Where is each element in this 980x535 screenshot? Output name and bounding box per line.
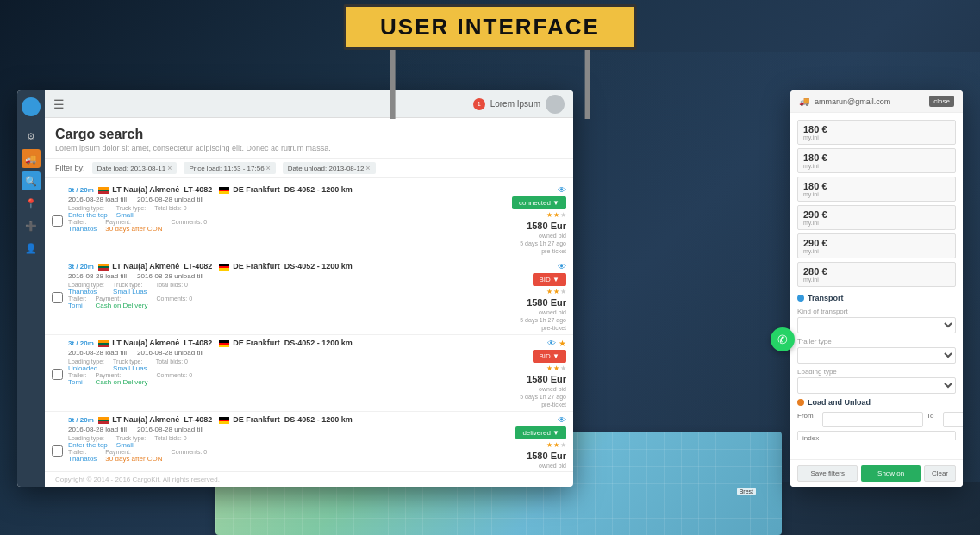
price-1: 1580 Eur	[527, 221, 566, 231]
price-box-6: 280 € my.ini	[797, 262, 956, 287]
app-footer: Copyright © 2014 - 2016 CargoKit. All ri…	[45, 471, 573, 487]
row-checkbox-3[interactable]	[52, 339, 63, 407]
cargo-dates-2: 2016-08-28 load till 2016-08-28 unload t…	[68, 272, 484, 280]
panel-truck-icon: 🚚	[799, 96, 809, 106]
loading-type-3: Loading type: Unloaded	[68, 358, 104, 372]
table-row: 3t / 20m LT Nau(a) Akmenė LT-4082 DE Fra…	[45, 335, 573, 412]
sign-board: USER INTERFACE	[343, 4, 637, 50]
truck-type-3: Truck type: Small Luas	[113, 358, 147, 372]
from-date-input[interactable]	[822, 412, 923, 427]
loading-type-label: Loading type	[797, 368, 956, 376]
price-box-4: 290 € my.ini	[797, 205, 956, 230]
right-panel-footer: Save filters Show on Clear	[790, 459, 963, 487]
cargo-route-2: 3t / 20m LT Nau(a) Akmenė LT-4082 DE Fra…	[68, 262, 484, 271]
cargo-icons-2: 👁	[558, 262, 566, 271]
bids-ago-2: 5 days 1h 27 ago	[520, 317, 566, 323]
index-input[interactable]	[797, 431, 956, 440]
star-fav-3[interactable]: ★	[559, 339, 566, 348]
to-date-input[interactable]	[943, 412, 963, 427]
filter-tag-price[interactable]: Price load: 11:53 - 17:56 ×	[184, 162, 275, 174]
row-checkbox-4[interactable]	[52, 415, 63, 471]
payment-1: Payment: 30 days after CON	[105, 219, 162, 233]
filter-close-date-unload[interactable]: ×	[365, 164, 370, 172]
filter-bar: Filter by: Date load: 2013-08-11 × Price…	[45, 159, 573, 178]
transport-section-header: Transport	[797, 294, 956, 302]
cargo-right-4: 👁 delivered ▼ ★★★ 1580 Eur owned bid 5 d…	[489, 415, 566, 471]
sidebar-icon-map[interactable]: 📍	[22, 194, 41, 213]
eye-icon-2[interactable]: 👁	[558, 262, 566, 271]
price-box-3: 180 € my.ini	[797, 177, 956, 202]
sidebar-icon-truck[interactable]: 🚚	[22, 149, 41, 168]
sidebar-icon-user[interactable]: 👤	[22, 239, 41, 258]
eye-icon-3[interactable]: 👁	[547, 339, 556, 348]
cargo-right-2: 👁 BID ▼ ★★★ 1580 Eur owned bid 5 days 1h…	[489, 262, 566, 331]
eye-icon-4[interactable]: 👁	[558, 415, 566, 425]
sign-container: USER INTERFACE	[343, 0, 637, 119]
bid-btn-3[interactable]: BID ▼	[533, 350, 566, 363]
row-checkbox-1[interactable]	[52, 185, 63, 254]
transport-type-select[interactable]	[797, 317, 956, 333]
sidebar-icon-add[interactable]: ➕	[22, 216, 41, 235]
flag-de-3	[219, 340, 229, 347]
cargo-details-3b: Trailer: Tomi Payment: Cash on Delivery …	[68, 372, 484, 386]
cargo-details-1b: Trailer: Thanatos Payment: 30 days after…	[68, 219, 484, 233]
eye-icon-1[interactable]: 👁	[558, 185, 566, 195]
truck-type-2: Truck type: Small Luas	[113, 282, 147, 295]
panel-close-btn[interactable]: close	[929, 96, 954, 107]
sidebar-logo[interactable]	[22, 97, 41, 116]
payment-2: Payment: Cash on Delivery	[96, 295, 148, 309]
filter-tag-date-unload[interactable]: Date unload: 2013-08-12 ×	[283, 162, 376, 174]
price-2: 1580 Eur	[527, 297, 566, 308]
loading-type-select[interactable]	[797, 377, 956, 394]
content-header: Cargo search Lorem ipsum dolor sit amet,…	[45, 118, 573, 159]
cargo-details-1: Loading type: Enter the top Truck type: …	[68, 205, 484, 219]
price-3: 1580 Eur	[527, 374, 566, 384]
flag-lt-2	[98, 264, 109, 271]
show-on-button[interactable]: Show on	[861, 465, 920, 482]
filter-tag-date-load[interactable]: Date load: 2013-08-11 ×	[92, 162, 178, 174]
flag-de-2	[219, 264, 229, 271]
cargo-main-1: 3t / 20m LT Nau(a) Akmenė LT-4082 DE Fra…	[68, 185, 484, 254]
whatsapp-button[interactable]: ✆	[771, 327, 795, 351]
sidebar: ⚙ 🚚 🔍 📍 ➕ 👤	[17, 90, 45, 487]
connected-btn-1[interactable]: connected ▼	[512, 196, 566, 209]
clear-button[interactable]: Clear	[924, 465, 956, 482]
trailer-type-group: Trailer type	[797, 338, 956, 364]
stars-2: ★★★	[546, 288, 566, 295]
from-date-row: From To 📅	[797, 412, 956, 427]
truck-type-4: Truck type: Small	[116, 435, 146, 449]
delivered-btn-4[interactable]: delivered ▼	[515, 426, 566, 439]
trailer-type-select[interactable]	[797, 347, 956, 364]
whatsapp-icon: ✆	[777, 333, 788, 346]
filter-close-date-load[interactable]: ×	[167, 164, 172, 172]
row-checkbox-2[interactable]	[52, 262, 63, 331]
panel-email: ammarun@gmail.com	[815, 97, 890, 106]
cargo-details-4: Loading type: Enter the top Truck type: …	[68, 435, 484, 449]
save-filters-button[interactable]: Save filters	[797, 465, 858, 482]
table-row: 3t / 20m LT Nau(a) Akmenė LT-4082 DE Fra…	[45, 258, 573, 335]
comments-3: Comments: 0	[156, 372, 192, 386]
page-subtitle: Lorem ipsum dolor sit amet, consectetur …	[55, 144, 563, 152]
filter-close-price[interactable]: ×	[266, 164, 271, 172]
app-window: ⚙ 🚚 🔍 📍 ➕ 👤 ☰ 1 Lorem Ipsum Cargo search…	[17, 90, 573, 487]
loading-type-2: Loading type: Thanatos	[68, 282, 104, 295]
transport-type-group: Kind of transport	[797, 308, 956, 333]
results-area[interactable]: 3t / 20m LT Nau(a) Akmenė LT-4082 DE Fra…	[45, 178, 573, 471]
trailer-3: Trailer: Tomi	[68, 372, 87, 386]
total-bids-3: Total bids: 0	[156, 358, 188, 372]
cargo-dates-1: 2016-08-28 load till 2016-08-28 unload t…	[68, 196, 484, 203]
comments-2: Comments: 0	[156, 295, 192, 309]
load-unload-section-header: Load and Unload	[797, 398, 956, 407]
sidebar-icon-home[interactable]: ⚙	[22, 127, 41, 146]
bid-btn-2[interactable]: BID ▼	[533, 273, 566, 286]
to-label: To	[927, 412, 939, 427]
sidebar-icon-search[interactable]: 🔍	[22, 171, 41, 190]
load-unload-label: Load and Unload	[808, 398, 871, 407]
table-row: 3t / 20m LT Nau(a) Akmenė LT-4082 DE Fra…	[45, 182, 573, 258]
header-title-area: ☰	[53, 97, 65, 111]
loading-type-4: Loading type: Enter the top	[68, 435, 108, 449]
price-sub-3: owned bid	[539, 386, 566, 392]
stars-4: ★★★	[546, 441, 566, 449]
price-per-3: pre-ticket	[541, 401, 566, 407]
cargo-icons-4: 👁	[558, 415, 566, 425]
